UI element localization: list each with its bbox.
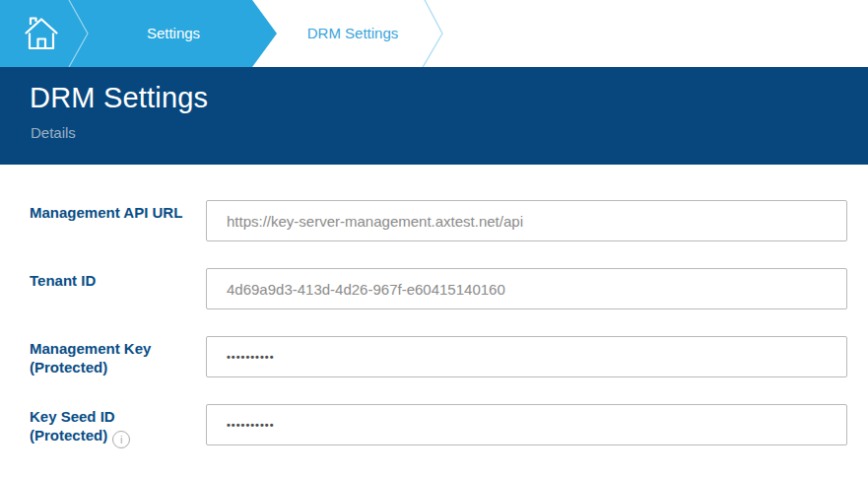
field-label-key-seed-id: Key Seed ID (Protected)i (30, 404, 206, 448)
management-api-url-input[interactable] (206, 200, 847, 241)
field-label-text: Tenant ID (30, 272, 96, 289)
form-row-management-api-url: Management API URL (30, 200, 868, 241)
breadcrumb-item-drm-settings[interactable]: DRM Settings (296, 0, 410, 67)
form-row-tenant-id: Tenant ID (30, 268, 868, 309)
info-icon[interactable]: i (112, 431, 130, 448)
field-label-tenant-id: Tenant ID (30, 268, 206, 290)
field-label-text: Management API URL (30, 204, 182, 221)
field-label-management-api-url: Management API URL (30, 200, 206, 222)
breadcrumb-home[interactable] (22, 14, 61, 53)
form-row-management-key: Management Key (Protected) (30, 336, 868, 377)
field-label-management-key: Management Key (Protected) (30, 336, 206, 376)
tenant-id-input[interactable] (206, 268, 847, 309)
field-label-text: Management Key (Protected) (30, 340, 151, 376)
form-row-key-seed-id: Key Seed ID (Protected)i (30, 404, 868, 448)
home-icon (22, 39, 61, 56)
page-header: DRM Settings Details (0, 67, 868, 165)
field-label-text: Key Seed ID (Protected) (30, 408, 115, 444)
breadcrumb: Settings DRM Settings (0, 0, 868, 67)
page-subtitle: Details (31, 124, 868, 141)
breadcrumb-separator-icon (67, 0, 91, 67)
management-key-input[interactable] (206, 336, 847, 377)
drm-settings-form: Management API URL Tenant ID Management … (0, 165, 868, 448)
chevron-right-icon (420, 0, 445, 67)
page-title: DRM Settings (30, 82, 868, 114)
breadcrumb-item-settings[interactable]: Settings (95, 0, 252, 67)
key-seed-id-input[interactable] (206, 404, 847, 445)
